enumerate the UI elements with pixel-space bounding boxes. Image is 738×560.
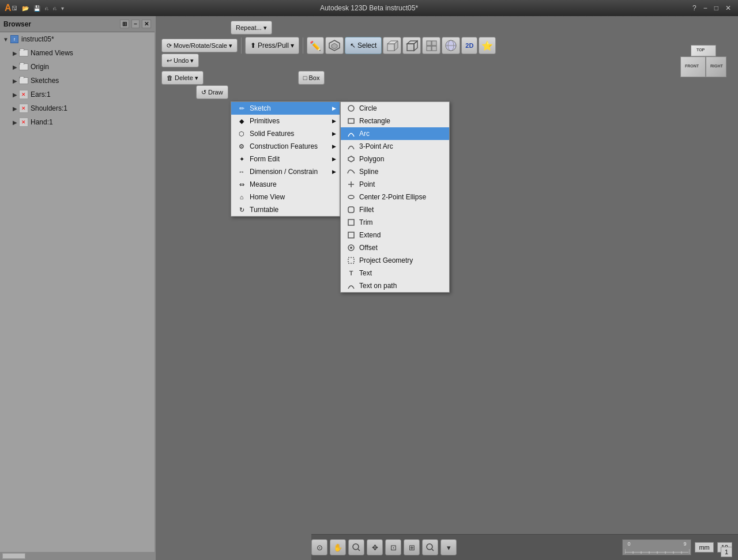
tree-origin[interactable]: ▶ Origin xyxy=(0,60,155,74)
submenu-text[interactable]: T Text xyxy=(341,267,449,279)
svg-rect-22 xyxy=(348,220,354,225)
trim-icon xyxy=(347,218,356,226)
star-effects-btn[interactable]: ⭐ xyxy=(479,37,496,54)
menu-item-solid-features[interactable]: ⬡ Solid Features xyxy=(231,127,340,140)
menu-item-sketch[interactable]: ✏ Sketch xyxy=(231,102,340,115)
svg-point-29 xyxy=(427,544,432,550)
status-orbit-btn[interactable]: ⊙ xyxy=(311,539,327,555)
browser-icon-grid[interactable]: ⊞ xyxy=(120,20,129,28)
tree-label-hand: Hand:1 xyxy=(31,118,53,126)
status-zoom2-btn[interactable] xyxy=(422,539,438,555)
undo-btn[interactable]: ↩ Undo ▾ xyxy=(161,54,199,67)
folder-icon-sketches xyxy=(18,76,29,85)
status-more-btn[interactable]: ▾ xyxy=(440,539,457,555)
close-btn[interactable]: ✕ xyxy=(723,4,733,12)
dimension-icon: ↔ xyxy=(237,168,246,175)
dropdown-arrow-delete: ▾ xyxy=(195,74,198,82)
tree-arrow-root: ▼ xyxy=(2,36,9,43)
tree-hand[interactable]: ▶ Hand:1 xyxy=(0,115,155,129)
measure-value[interactable]: 1 xyxy=(721,547,732,557)
submenu-ellipse[interactable]: Center 2-Point Ellipse xyxy=(341,191,449,203)
tree-named-views[interactable]: ▶ Named Views xyxy=(0,46,155,60)
tree-sketches[interactable]: ▶ Sketches xyxy=(0,74,155,88)
menu-item-construction-features[interactable]: ⚙ Construction Features xyxy=(231,140,340,153)
2d-btn[interactable]: 2D xyxy=(461,37,477,54)
texture-btn[interactable] xyxy=(442,37,460,54)
svg-rect-2 xyxy=(387,44,394,51)
svg-rect-8 xyxy=(427,41,431,46)
submenu-spline[interactable]: Spline xyxy=(341,165,449,178)
menu-item-form-edit[interactable]: ✦ Form Edit xyxy=(231,153,340,165)
menu-item-primitives[interactable]: ◆ Primitives xyxy=(231,115,340,127)
submenu-polygon[interactable]: Polygon xyxy=(341,153,449,165)
menu-item-turntable[interactable]: ↻ Turntable xyxy=(231,203,340,216)
dropdown-arrow-undo: ▾ xyxy=(190,57,194,65)
svg-rect-9 xyxy=(432,41,436,46)
browser-header-icons[interactable]: ⊞ − ✕ xyxy=(120,20,151,28)
window-controls[interactable]: ? − □ ✕ xyxy=(690,4,733,12)
submenu-point[interactable]: Point xyxy=(341,178,449,191)
grid-btn[interactable] xyxy=(422,37,440,54)
status-box-select-btn[interactable]: ⊡ xyxy=(385,539,401,555)
submenu-arc[interactable]: Arc xyxy=(341,127,449,140)
tree-root[interactable]: ▼ f instruct05* xyxy=(0,32,155,46)
tree-arrow-named-views: ▶ xyxy=(12,50,18,56)
status-zoom-btn[interactable] xyxy=(348,539,364,555)
svg-point-27 xyxy=(353,544,359,550)
minimize-btn[interactable]: − xyxy=(701,4,710,12)
menu-item-dimension[interactable]: ↔ Dimension / Constrain xyxy=(231,165,340,178)
nav-cube[interactable]: TOP FRONT RIGHT xyxy=(680,45,726,91)
offset-icon xyxy=(347,244,356,252)
submenu-trim[interactable]: Trim xyxy=(341,216,449,229)
browser-icon-close[interactable]: ✕ xyxy=(142,20,151,28)
3d-rotate-btn[interactable] xyxy=(325,37,344,54)
select-btn[interactable]: ↖ Select xyxy=(345,37,382,54)
press-pull-btn[interactable]: ⬆ Press/Pull ▾ xyxy=(245,37,299,54)
submenu-project-geometry[interactable]: Project Geometry xyxy=(341,254,449,267)
press-pull-icon: ⬆ xyxy=(250,41,256,50)
form-edit-icon: ✦ xyxy=(237,156,246,163)
delete-btn[interactable]: 🗑 Delete ▾ xyxy=(161,71,204,85)
submenu-offset[interactable]: Offset xyxy=(341,241,449,254)
svg-rect-23 xyxy=(348,232,354,238)
home-view-icon: ⌂ xyxy=(237,194,246,200)
toolbar-sep-1 xyxy=(241,37,242,54)
toolbar-sep-2 xyxy=(303,37,303,54)
submenu-circle[interactable]: Circle xyxy=(341,102,449,115)
repeat-button[interactable]: Repeat... ▾ xyxy=(231,21,272,35)
browser-scrollbar[interactable] xyxy=(0,552,155,560)
submenu-extend[interactable]: Extend xyxy=(341,229,449,241)
submenu-3point-arc[interactable]: 3-Point Arc xyxy=(341,140,449,153)
3d-shape-icons: ✏️ ↖ Select xyxy=(307,37,496,54)
box-btn[interactable]: □ Box xyxy=(298,71,325,85)
toolbar-row1: ⟳ Move/Rotate/Scale ▾ ⬆ Press/Pull ▾ ✏️ … xyxy=(156,37,496,54)
menu-item-measure[interactable]: ⇔ Measure xyxy=(231,178,340,191)
extend-icon xyxy=(347,231,356,239)
status-move-btn[interactable]: ✥ xyxy=(367,539,383,555)
status-grid-btn[interactable]: ⊞ xyxy=(404,539,420,555)
cube-view-btn[interactable] xyxy=(383,37,401,54)
measure-value-area: 1 xyxy=(721,547,732,557)
undo-icon: ↩ xyxy=(167,57,172,65)
fillet-icon xyxy=(347,206,356,214)
sketch-icon: ✏ xyxy=(237,105,246,112)
draw-button[interactable]: ↺ Draw xyxy=(196,85,228,99)
tree-shoulders[interactable]: ▶ Shoulders:1 xyxy=(0,101,155,115)
browser-icon-minus[interactable]: − xyxy=(131,20,140,28)
tree-ears[interactable]: ▶ Ears:1 xyxy=(0,88,155,101)
help-icon[interactable]: ? xyxy=(690,4,699,12)
submenu-text-on-path[interactable]: Text on path xyxy=(341,279,449,292)
status-pan-btn[interactable]: ✋ xyxy=(330,539,346,555)
unit-display[interactable]: mm xyxy=(695,542,713,553)
maximize-btn[interactable]: □ xyxy=(712,4,721,12)
circle-icon xyxy=(347,104,356,112)
menu-item-home-view[interactable]: ⌂ Home View xyxy=(231,191,340,203)
submenu-rectangle[interactable]: Rectangle xyxy=(341,115,449,127)
rectangle-icon xyxy=(347,117,356,125)
browser-scrollbar-thumb[interactable] xyxy=(2,553,25,559)
move-rotate-scale-btn[interactable]: ⟳ Move/Rotate/Scale ▾ xyxy=(161,39,238,52)
wireframe-btn[interactable] xyxy=(402,37,421,54)
submenu-fillet[interactable]: Fillet xyxy=(341,203,449,216)
pencil-icon-btn[interactable]: ✏️ xyxy=(307,37,324,54)
viewport: ⟳ Move/Rotate/Scale ▾ ⬆ Press/Pull ▾ ✏️ … xyxy=(156,16,738,560)
